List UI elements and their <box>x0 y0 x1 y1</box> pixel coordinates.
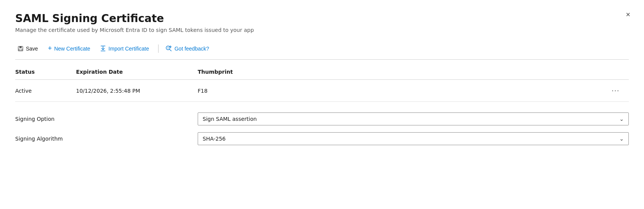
signing-algorithm-row: Signing Algorithm SHA-256 ⌄ <box>15 132 629 145</box>
feedback-button[interactable]: Got feedback? <box>162 43 214 54</box>
svg-line-7 <box>169 49 171 51</box>
signing-option-value: Sign SAML assertion <box>203 116 257 122</box>
more-actions-button[interactable]: ··· <box>609 85 623 96</box>
feedback-label: Got feedback? <box>174 46 209 52</box>
save-button[interactable]: Save <box>15 43 43 54</box>
signing-option-label: Signing Option <box>15 116 198 122</box>
import-certificate-label: Import Certificate <box>108 46 149 52</box>
cell-status: Active <box>15 80 76 102</box>
svg-rect-2 <box>19 49 22 51</box>
cell-expiration-date: 10/12/2026, 2:55:48 PM <box>76 80 198 102</box>
save-icon <box>17 46 24 52</box>
form-section: Signing Option Sign SAML assertion ⌄ Sig… <box>15 112 629 145</box>
import-certificate-button[interactable]: Import Certificate <box>96 43 154 54</box>
col-expiration-date: Expiration Date <box>76 64 198 80</box>
col-status: Status <box>15 64 76 80</box>
cell-actions: ··· <box>606 80 629 102</box>
new-certificate-label: New Certificate <box>54 46 90 52</box>
cell-thumbprint: F18 <box>198 80 606 102</box>
toolbar: Save + New Certificate Import Certificat… <box>15 42 629 60</box>
saml-signing-certificate-panel: × SAML Signing Certificate Manage the ce… <box>0 0 644 209</box>
signing-option-select[interactable]: Sign SAML assertion ⌄ <box>198 112 629 125</box>
svg-rect-1 <box>19 46 22 48</box>
panel-title: SAML Signing Certificate <box>15 12 629 25</box>
col-actions <box>606 64 629 80</box>
certificate-table: Status Expiration Date Thumbprint Active… <box>15 64 629 102</box>
plus-icon: + <box>48 44 52 52</box>
close-button[interactable]: × <box>626 11 630 18</box>
chevron-down-icon: ⌄ <box>619 116 624 122</box>
new-certificate-button[interactable]: + New Certificate <box>44 42 95 55</box>
signing-algorithm-label: Signing Algorithm <box>15 136 198 142</box>
signing-algorithm-value: SHA-256 <box>203 136 225 142</box>
save-label: Save <box>26 46 38 52</box>
col-thumbprint: Thumbprint <box>198 64 606 80</box>
table-header-row: Status Expiration Date Thumbprint <box>15 64 629 80</box>
signing-algorithm-select[interactable]: SHA-256 ⌄ <box>198 132 629 145</box>
panel-subtitle: Manage the certificate used by Microsoft… <box>15 27 629 33</box>
toolbar-divider <box>158 44 159 53</box>
chevron-down-icon: ⌄ <box>619 136 624 142</box>
import-icon <box>100 46 106 52</box>
table-row: Active 10/12/2026, 2:55:48 PM F18 ··· <box>15 80 629 102</box>
feedback-icon <box>165 46 172 52</box>
signing-option-row: Signing Option Sign SAML assertion ⌄ <box>15 112 629 125</box>
